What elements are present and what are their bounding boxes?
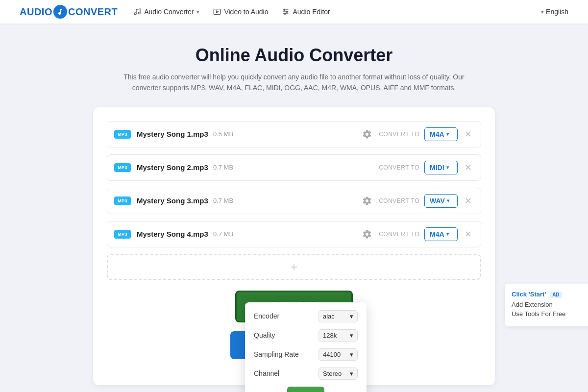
encoder-row: Encoder alac ▾ — [254, 310, 358, 322]
chevron-down-icon: ▾ — [350, 332, 353, 339]
sampling-rate-label: Sampling Rate — [254, 350, 299, 358]
channel-label: Channel — [254, 369, 279, 377]
svg-point-1 — [138, 12, 140, 14]
file-name-4: Mystery Song 4.mp3 — [137, 230, 208, 238]
chevron-down-icon: ▾ — [350, 370, 353, 377]
ad-link-start[interactable]: 'Start' — [529, 291, 546, 298]
file-size-4: 0.7 MB — [213, 230, 233, 238]
remove-file-1[interactable]: ✕ — [463, 129, 474, 140]
file-row: MP3 Mystery Song 2.mp3 0.7 MB CONVERT TO… — [107, 154, 481, 181]
file-controls-1: CONVERT TO M4A ▾ ✕ — [360, 127, 474, 141]
chevron-down-icon: ▾ — [446, 165, 449, 170]
encoder-label: Encoder — [254, 312, 279, 320]
convert-to-label-1: CONVERT TO — [379, 131, 419, 138]
logo-icon — [53, 5, 67, 19]
plus-icon: + — [290, 259, 297, 274]
file-size-3: 0.7 MB — [213, 197, 233, 204]
settings-button-1[interactable] — [360, 127, 374, 141]
file-badge-4: MP3 — [114, 230, 131, 239]
nav-video-to-audio-label: Video to Audio — [224, 8, 268, 16]
format-select-3[interactable]: WAV ▾ — [424, 194, 458, 208]
file-row: MP3 Mystery Song 1.mp3 0.5 MB CONVERT TO… — [107, 121, 481, 147]
channel-row: Channel Stereo ▾ — [254, 368, 358, 380]
header: AUDIO CONVERT Audio Converter ▾ Video to… — [0, 0, 588, 24]
convert-to-label-3: CONVERT TO — [379, 197, 419, 204]
format-select-4[interactable]: M4A ▾ — [424, 227, 458, 241]
settings-button-3[interactable] — [360, 194, 374, 208]
nav-audio-editor[interactable]: Audio Editor — [282, 8, 330, 16]
chevron-down-icon: ▾ — [350, 313, 353, 320]
file-size-2: 0.7 MB — [213, 164, 233, 171]
ad-item-2: Use Tools For Free — [512, 310, 588, 318]
chevron-down-icon: ▾ — [446, 231, 449, 237]
quality-select[interactable]: 128k ▾ — [318, 329, 358, 342]
file-row: MP3 Mystery Song 3.mp3 0.7 MB CONVERT TO… — [107, 188, 481, 214]
format-select-1[interactable]: M4A ▾ — [424, 127, 458, 141]
chevron-down-icon-lang: ▾ — [541, 9, 544, 15]
svg-rect-2 — [214, 9, 220, 15]
nav-audio-converter-label: Audio Converter — [144, 8, 194, 16]
svg-point-7 — [284, 9, 285, 11]
hero-subtitle: This free audio converter will help you … — [122, 72, 466, 94]
chevron-down-icon: ▾ — [196, 9, 199, 15]
quality-label: Quality — [254, 331, 275, 339]
convert-to-label-2: CONVERT TO — [379, 164, 419, 171]
file-name-2: Mystery Song 2.mp3 — [137, 163, 208, 172]
svg-marker-3 — [217, 11, 219, 13]
ad-text-before: Click — [512, 291, 529, 298]
hero-section: Online Audio Converter This free audio c… — [0, 24, 588, 107]
logo[interactable]: AUDIO CONVERT — [20, 5, 118, 19]
file-name-1: Mystery Song 1.mp3 — [137, 130, 208, 138]
quality-row: Quality 128k ▾ — [254, 329, 358, 342]
remove-file-3[interactable]: ✕ — [463, 196, 474, 206]
format-select-2[interactable]: MIDI ▾ — [424, 161, 458, 174]
file-badge-2: MP3 — [114, 163, 131, 172]
svg-point-0 — [134, 13, 136, 15]
channel-select[interactable]: Stereo ▾ — [318, 368, 358, 380]
svg-point-8 — [287, 11, 288, 13]
nav-audio-converter[interactable]: Audio Converter ▾ — [133, 8, 199, 16]
upload-zone[interactable]: + — [107, 254, 481, 280]
ad-badge: AD — [550, 292, 562, 298]
remove-file-2[interactable]: ✕ — [463, 162, 474, 173]
file-controls-3: CONVERT TO WAV ▾ ✕ — [360, 194, 474, 208]
encoder-popup: Encoder alac ▾ Quality 128k ▾ Sampling R… — [245, 302, 367, 392]
file-controls-4: CONVERT TO M4A ▾ ✕ — [360, 227, 474, 241]
ad-item-1: Add Extension — [512, 301, 588, 308]
file-badge-1: MP3 — [114, 130, 131, 139]
encoder-select[interactable]: alac ▾ — [318, 310, 358, 322]
file-size-1: 0.5 MB — [213, 130, 233, 138]
ad-area: ✕ Click 'Start' AD Add Extension Use Too… — [505, 284, 588, 326]
file-name-3: Mystery Song 3.mp3 — [137, 196, 208, 205]
svg-point-9 — [285, 13, 286, 15]
file-row: MP3 Mystery Song 4.mp3 0.7 MB CONVERT TO… — [107, 221, 481, 247]
file-controls-2: CONVERT TO MIDI ▾ ✕ — [379, 161, 474, 174]
logo-audio: AUDIO — [20, 6, 52, 18]
page-title: Online Audio Converter — [0, 45, 588, 66]
convert-to-label-4: CONVERT TO — [379, 231, 419, 238]
ad-title: Click 'Start' AD — [512, 291, 588, 298]
settings-button-4[interactable] — [360, 227, 374, 241]
sampling-rate-row: Sampling Rate 44100 ▾ — [254, 348, 358, 361]
nav: Audio Converter ▾ Video to Audio Audio E… — [133, 8, 541, 16]
chevron-down-icon: ▾ — [447, 198, 449, 203]
chevron-down-icon: ▾ — [446, 131, 449, 137]
chevron-down-icon: ▾ — [350, 351, 353, 358]
nav-audio-editor-label: Audio Editor — [293, 8, 330, 16]
main-card: MP3 Mystery Song 1.mp3 0.5 MB CONVERT TO… — [93, 107, 495, 385]
save-settings-button[interactable]: Save — [287, 387, 325, 392]
logo-convert: CONVERT — [68, 6, 118, 18]
language-label: English — [546, 8, 568, 16]
file-badge-3: MP3 — [114, 196, 131, 205]
language-selector[interactable]: ▾ English — [541, 8, 568, 16]
nav-video-to-audio[interactable]: Video to Audio — [213, 8, 268, 16]
remove-file-4[interactable]: ✕ — [463, 229, 474, 240]
sampling-rate-select[interactable]: 44100 ▾ — [318, 348, 358, 361]
